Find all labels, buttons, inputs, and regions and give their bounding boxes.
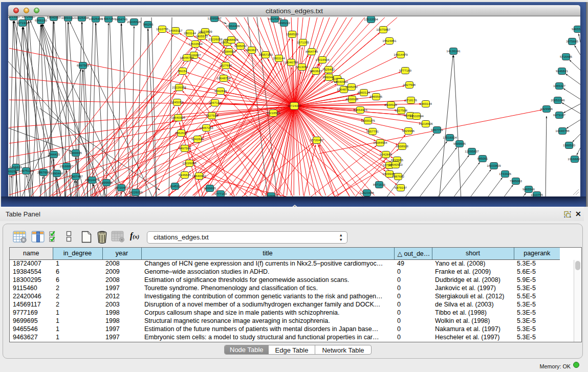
svg-text:13975125: 13975125 (19, 169, 33, 172)
svg-text:15524851: 15524851 (382, 39, 397, 42)
svg-text:18640910: 18640910 (192, 174, 206, 178)
svg-text:17957253: 17957253 (199, 126, 213, 129)
svg-text:2803144: 2803144 (184, 31, 197, 35)
svg-text:20364436: 20364436 (226, 24, 240, 28)
svg-text:9327508: 9327508 (403, 83, 416, 86)
svg-text:9245052: 9245052 (171, 100, 184, 104)
svg-text:8813054: 8813054 (296, 65, 309, 69)
svg-text:10654112: 10654112 (61, 16, 75, 19)
svg-text:114519: 114519 (170, 184, 181, 188)
svg-text:19218506: 19218506 (266, 111, 280, 115)
svg-text:9657791: 9657791 (431, 128, 444, 132)
svg-text:14569117: 14569117 (168, 29, 183, 32)
svg-text:9329966: 9329966 (402, 129, 415, 133)
svg-text:1065327: 1065327 (553, 84, 566, 87)
svg-text:8660124: 8660124 (358, 91, 371, 94)
svg-text:17957253: 17957253 (258, 53, 273, 56)
svg-text:9146821: 9146821 (179, 173, 191, 177)
svg-text:1405572: 1405572 (195, 34, 208, 38)
svg-text:6479197: 6479197 (395, 186, 407, 189)
svg-text:12213967: 12213967 (8, 16, 20, 18)
svg-text:6966160: 6966160 (35, 18, 48, 22)
svg-text:9699695: 9699695 (204, 186, 216, 190)
svg-text:14136141: 14136141 (446, 49, 461, 53)
svg-text:10046788: 10046788 (180, 56, 194, 59)
svg-text:19218506: 19218506 (419, 122, 433, 125)
svg-text:15300275: 15300275 (361, 119, 375, 122)
svg-text:1362615: 1362615 (175, 131, 188, 135)
svg-text:10046788: 10046788 (284, 60, 298, 64)
svg-text:16914479: 16914479 (85, 178, 99, 182)
svg-text:8938928: 8938928 (346, 97, 359, 101)
svg-text:13533594: 13533594 (364, 17, 378, 21)
svg-text:9242848: 9242848 (191, 137, 204, 141)
svg-text:8938928: 8938928 (396, 144, 409, 148)
svg-text:9699695: 9699695 (453, 142, 466, 145)
svg-text:2803144: 2803144 (273, 56, 286, 60)
svg-text:8471676: 8471676 (373, 183, 386, 186)
svg-text:9777169: 9777169 (399, 69, 412, 72)
svg-text:8454749: 8454749 (306, 50, 318, 53)
svg-text:17016504: 17016504 (315, 58, 330, 61)
svg-text:19166827: 19166827 (264, 194, 278, 196)
svg-text:15720407: 15720407 (114, 186, 128, 189)
svg-text:5716485: 5716485 (560, 55, 573, 58)
svg-text:12095837: 12095837 (207, 16, 222, 20)
svg-text:13533594: 13533594 (409, 114, 424, 118)
svg-text:23226058: 23226058 (172, 85, 186, 89)
svg-text:845061: 845061 (477, 157, 488, 160)
svg-text:9242848: 9242848 (214, 89, 227, 93)
svg-text:9327508: 9327508 (395, 108, 408, 112)
svg-text:2887682: 2887682 (392, 174, 405, 178)
svg-text:1610755: 1610755 (156, 27, 169, 31)
svg-text:9777169: 9777169 (214, 192, 227, 195)
svg-text:8990448: 8990448 (51, 171, 63, 175)
svg-text:19384554: 19384554 (222, 50, 236, 53)
svg-text:12095837: 12095837 (465, 149, 479, 153)
svg-text:6497568: 6497568 (179, 146, 191, 150)
svg-text:1588520: 1588520 (563, 143, 576, 147)
svg-text:17016504: 17016504 (443, 136, 457, 139)
svg-text:2867608: 2867608 (37, 170, 50, 174)
svg-text:9245052: 9245052 (345, 85, 358, 89)
svg-text:9245052: 9245052 (234, 44, 247, 48)
svg-text:9465546: 9465546 (572, 27, 580, 31)
svg-text:18640910: 18640910 (47, 16, 61, 19)
svg-text:9463627: 9463627 (246, 48, 258, 52)
svg-text:7485063: 7485063 (510, 179, 522, 183)
svg-text:9699695: 9699695 (70, 151, 82, 155)
svg-text:18640910: 18640910 (388, 163, 403, 166)
svg-text:6479197: 6479197 (553, 113, 566, 117)
svg-text:10025438: 10025438 (89, 17, 103, 20)
svg-text:20206526: 20206526 (127, 20, 141, 24)
svg-text:1527602: 1527602 (220, 63, 232, 67)
svg-text:1671355: 1671355 (297, 40, 310, 44)
svg-text:39154: 39154 (178, 69, 187, 73)
svg-text:19384554: 19384554 (373, 141, 387, 144)
svg-text:20053346: 20053346 (551, 98, 565, 102)
svg-text:4498222: 4498222 (278, 21, 291, 25)
svg-text:10975867: 10975867 (376, 28, 390, 31)
svg-text:19166827: 19166827 (59, 164, 74, 168)
svg-text:3267110: 3267110 (209, 101, 221, 104)
svg-text:9657791: 9657791 (366, 129, 379, 133)
svg-text:23226058: 23226058 (182, 161, 197, 165)
svg-text:1669144: 1669144 (420, 102, 432, 105)
svg-text:18724007: 18724007 (287, 104, 301, 107)
svg-text:13533594: 13533594 (188, 42, 203, 46)
svg-text:1733426: 1733426 (499, 172, 512, 176)
svg-text:10607487: 10607487 (69, 174, 83, 178)
svg-text:16914479: 16914479 (394, 53, 408, 56)
svg-text:9463627: 9463627 (310, 69, 322, 73)
svg-text:8454749: 8454749 (115, 17, 128, 21)
svg-text:19166827: 19166827 (568, 157, 580, 161)
svg-text:8938928: 8938928 (385, 103, 398, 106)
svg-text:9146821: 9146821 (556, 69, 569, 73)
svg-text:18640910: 18640910 (171, 116, 185, 119)
svg-text:9327508: 9327508 (206, 114, 219, 117)
svg-text:1588520: 1588520 (286, 32, 299, 36)
svg-text:10025438: 10025438 (268, 17, 282, 20)
svg-text:2718176: 2718176 (405, 98, 418, 102)
svg-text:9465546: 9465546 (522, 187, 535, 191)
svg-text:10688609: 10688609 (224, 38, 238, 41)
